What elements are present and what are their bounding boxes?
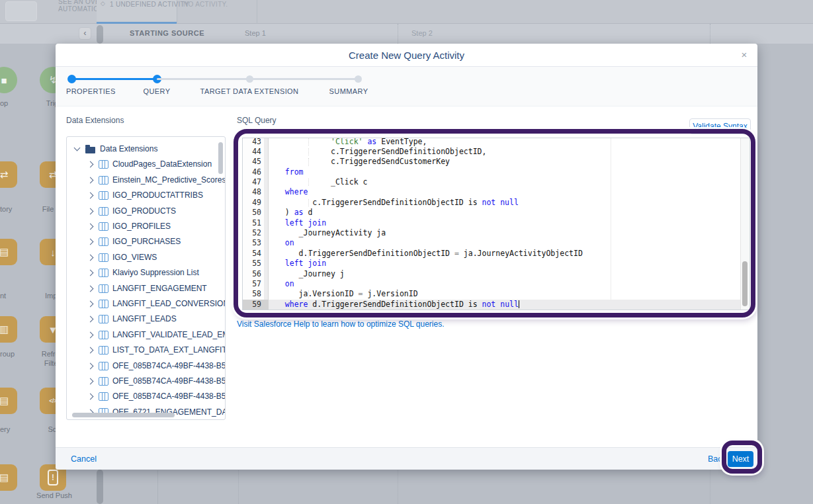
- chevron-right-icon[interactable]: [87, 161, 94, 168]
- back-button[interactable]: Back: [708, 454, 726, 464]
- palette-glyph-icon: ↓: [50, 247, 56, 258]
- data-extension-icon: [99, 237, 108, 246]
- code-line-48[interactable]: 48 where: [243, 187, 749, 197]
- line-number: 43: [243, 138, 264, 147]
- tree-item-data-extension[interactable]: OFE_085B74CA-49BF-4438-B566-: [67, 374, 225, 389]
- chevron-right-icon[interactable]: [87, 362, 94, 369]
- line-number: 50: [243, 208, 264, 218]
- code-text: c.TriggeredSendCustomerKey: [269, 157, 749, 167]
- tree-item-data-extension[interactable]: LIST_TO_DATA_EXT_LANGFIT: [67, 343, 225, 358]
- code-line-43[interactable]: 43 'Click' as EventType,: [243, 138, 749, 147]
- chevron-right-icon[interactable]: [87, 301, 94, 308]
- code-line-50[interactable]: 50 ) as d: [243, 208, 749, 218]
- palette-glyph-icon: ▥: [0, 323, 9, 335]
- line-number: 57: [243, 279, 264, 289]
- tree-item-data-extension[interactable]: IGO_VIEWS: [67, 250, 225, 265]
- data-extension-icon: [99, 160, 108, 169]
- tree-item-label: IGO_PURCHASES: [112, 237, 181, 246]
- tree-item-data-extension[interactable]: IGO_PRODUCTATTRIBS: [67, 188, 225, 203]
- code-line-55[interactable]: 55 left join: [243, 259, 749, 269]
- background-toolbar-button: [5, 1, 37, 21]
- tree-item-label: IGO_PRODUCTATTRIBS: [112, 190, 203, 200]
- code-line-56[interactable]: 56 _Journey j: [243, 269, 749, 279]
- code-text: 'Click' as EventType,: [269, 138, 749, 147]
- close-icon[interactable]: ×: [738, 48, 751, 62]
- code-line-54[interactable]: 54 d.TriggererSendDefinitionObjectID = j…: [243, 249, 749, 259]
- palette-activity-icon: ▤: [0, 388, 17, 414]
- chevron-right-icon[interactable]: [87, 208, 94, 214]
- tree-item-folder[interactable]: Data Extensions: [67, 142, 225, 157]
- code-line-46[interactable]: 46 from: [243, 167, 749, 177]
- tree-item-label: LIST_TO_DATA_EXT_LANGFIT: [112, 345, 226, 355]
- chevron-right-icon[interactable]: [87, 254, 94, 261]
- tree-item-data-extension[interactable]: CloudPages_DataExtension: [67, 157, 225, 172]
- data-extension-icon: [99, 331, 108, 339]
- validate-syntax-button[interactable]: Validate Syntax: [689, 118, 751, 134]
- tree-item-data-extension[interactable]: LANGFIT_VALIDATE_LEAD_EMAIL_: [67, 327, 225, 343]
- tree-item-label: OFE_085B74CA-49BF-4438-B566-: [112, 376, 226, 386]
- column-divider: [398, 470, 398, 504]
- tree-horizontal-scrollbar[interactable]: [72, 413, 175, 417]
- tree-item-data-extension[interactable]: LANGFIT_ENGAGEMENT: [67, 281, 225, 296]
- tree-item-data-extension[interactable]: Einstein_MC_Predictive_Scores: [67, 173, 225, 188]
- code-line-49[interactable]: 49 c.TriggererSendDefinitionObjectID is …: [243, 198, 749, 208]
- tab-no-activity-label: NO ACTIVITY.: [183, 1, 228, 8]
- code-line-44[interactable]: 44 c.TriggererSendDefinitionObjectID,: [243, 147, 749, 157]
- chevron-right-icon[interactable]: [87, 239, 94, 245]
- sql-code-editor[interactable]: 43 'Click' as EventType,44 c.TriggererSe…: [242, 138, 750, 310]
- chevron-right-icon[interactable]: [87, 270, 94, 276]
- chevron-right-icon[interactable]: [87, 192, 94, 199]
- code-line-59[interactable]: 59 where d.TriggererSendDefinitionObject…: [243, 300, 749, 310]
- tree-item-data-extension[interactable]: IGO_PRODUCTS: [67, 204, 225, 219]
- data-extension-icon: [99, 191, 108, 200]
- sql-help-link[interactable]: Visit Salesforce Help to learn how to op…: [237, 319, 445, 329]
- next-button[interactable]: Next: [728, 451, 753, 467]
- chevron-right-icon[interactable]: [87, 177, 94, 183]
- chevron-right-icon[interactable]: [87, 394, 94, 400]
- code-line-53[interactable]: 53 on: [243, 238, 749, 248]
- code-line-58[interactable]: 58 ja.VersionID = j.VersionID: [243, 289, 749, 299]
- line-number: 56: [243, 269, 264, 279]
- tree-item-data-extension[interactable]: LANGFIT_LEAD_CONVERSION: [67, 296, 225, 312]
- cancel-button[interactable]: Cancel: [71, 454, 97, 464]
- chevron-right-icon[interactable]: [87, 331, 94, 338]
- tree-item-data-extension[interactable]: OFE_085B74CA-49BF-4438-B566-: [67, 358, 225, 374]
- tree-item-data-extension[interactable]: OFE_085B74CA-49BF-4438-B566-: [67, 389, 225, 404]
- chevron-right-icon[interactable]: [87, 316, 94, 323]
- code-text: ja.VersionID = j.VersionID: [269, 289, 749, 299]
- chevron-right-icon[interactable]: [87, 285, 94, 292]
- code-line-47[interactable]: 47 _Click c: [243, 177, 749, 187]
- chevron-right-icon[interactable]: [87, 378, 94, 385]
- code-line-51[interactable]: 51 left join: [243, 218, 749, 228]
- data-extensions-tree-panel: Data ExtensionsCloudPages_DataExtensionE…: [66, 136, 226, 420]
- tree-item-data-extension[interactable]: Klaviyo Suppression List: [67, 265, 225, 280]
- tree-item-data-extension[interactable]: LANGFIT_LEADS: [67, 312, 225, 327]
- palette-glyph-icon: ▤: [0, 246, 9, 258]
- code-line-45[interactable]: 45 c.TriggeredSendCustomerKey: [243, 157, 749, 167]
- tree-item-data-extension[interactable]: IGO_PROFILES: [67, 219, 225, 234]
- editor-scrollbar-thumb[interactable]: [742, 261, 748, 306]
- chevron-right-icon[interactable]: [87, 347, 94, 354]
- line-number: 46: [243, 167, 264, 177]
- data-extension-icon: [99, 253, 108, 262]
- tree-vertical-scrollbar[interactable]: [218, 142, 223, 174]
- data-extension-icon: [99, 392, 108, 401]
- line-number: 55: [243, 259, 264, 269]
- line-number: 47: [243, 177, 264, 187]
- data-extensions-heading: Data Extensions: [66, 116, 124, 125]
- palette-glyph-icon: !: [48, 470, 58, 485]
- code-line-57[interactable]: 57 on: [243, 279, 749, 289]
- stepper-dot-summary[interactable]: [355, 75, 362, 83]
- palette-activity-label: Send Push: [34, 491, 74, 500]
- chevron-down-icon[interactable]: [74, 145, 81, 151]
- code-text: c.TriggererSendDefinitionObjectID is not…: [269, 198, 749, 208]
- tree-item-data-extension[interactable]: IGO_PURCHASES: [67, 234, 225, 249]
- data-extension-icon: [99, 346, 108, 355]
- chevron-right-icon[interactable]: [87, 224, 94, 230]
- data-extension-icon: [99, 222, 108, 231]
- tree-item-label: Einstein_MC_Predictive_Scores: [112, 175, 226, 185]
- data-extension-icon: [99, 207, 108, 216]
- palette-glyph-icon: ▤: [0, 472, 9, 483]
- palette-activity-label: tory: [0, 204, 29, 214]
- code-line-52[interactable]: 52 _JourneyActivity ja: [243, 228, 749, 238]
